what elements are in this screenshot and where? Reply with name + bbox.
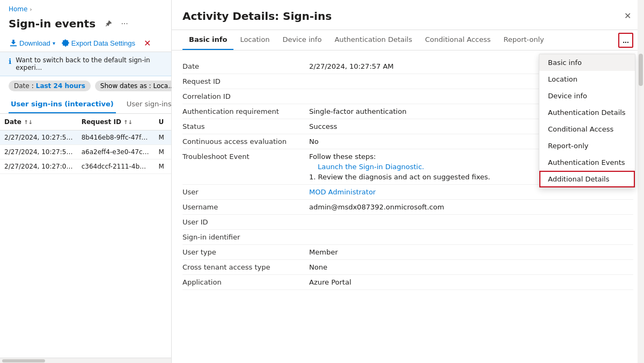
field-row: User ID <box>182 215 633 230</box>
tab-conditional-access[interactable]: Conditional Access <box>419 30 497 50</box>
field-label: Cross tenant access type <box>182 263 301 271</box>
detail-header: Activity Details: Sign-ins ✕ <box>172 0 644 30</box>
sign-in-table: Date ↑↓ Request ID ↑↓ U 2/27/2024, 10:27… <box>0 114 171 174</box>
field-value: admin@msdx087392.onmicrosoft.com <box>309 203 633 211</box>
field-row: Cross tenant access typeNone <box>182 260 633 275</box>
pin-button[interactable] <box>102 17 115 30</box>
field-value: None <box>309 263 633 271</box>
tab-device-info[interactable]: Device info <box>276 30 328 50</box>
show-dates-text: Show dates as : Loca... <box>100 82 172 90</box>
field-label: Correlation ID <box>182 92 301 100</box>
field-label: User type <box>182 248 301 256</box>
sign-in-table-container: Date ↑↓ Request ID ↑↓ U 2/27/2024, 10:27… <box>0 114 171 358</box>
col-u: U <box>154 114 171 130</box>
toolbar: Download ▾ Export Data Settings ✕ <box>0 34 171 52</box>
field-row: User typeMember <box>182 245 633 260</box>
more-tabs-button[interactable]: ... <box>618 33 633 48</box>
field-label: Authentication requirement <box>182 107 301 115</box>
h-scrollbar-thumb <box>2 359 45 362</box>
dropdown-item-report-only[interactable]: Report-only <box>539 137 635 154</box>
panel-header: Sign-in events ··· <box>0 15 171 34</box>
col-request-id[interactable]: Request ID ↑↓ <box>77 114 155 130</box>
field-row: ApplicationAzure Portal <box>182 275 633 290</box>
date-filter-chip[interactable]: Date : Last 24 hours <box>9 81 91 91</box>
tab-non-interactive[interactable]: User sign-ins (non... <box>125 96 172 113</box>
cell-user: M <box>154 159 171 174</box>
page-title: Sign-in events <box>9 17 96 30</box>
tools-button[interactable]: ✕ <box>141 37 153 49</box>
field-value: Azure Portal <box>309 278 633 286</box>
download-arrow: ▾ <box>53 40 55 46</box>
left-panel: Home › Sign-in events ··· Download ▾ Exp… <box>0 0 172 363</box>
dropdown-item-additional-details[interactable]: Additional Details <box>539 171 635 187</box>
close-button[interactable]: ✕ <box>622 9 633 23</box>
cell-request-id: 8b416eb8-9ffc-47f4-... <box>77 130 155 145</box>
download-button[interactable]: Download ▾ <box>9 37 56 49</box>
detail-tabs: Basic info Location Device info Authenti… <box>172 30 644 50</box>
dropdown-item-authentication-details[interactable]: Authentication Details <box>539 104 635 121</box>
tab-basic-info[interactable]: Basic info <box>182 30 233 50</box>
field-label: User <box>182 188 301 196</box>
cell-request-id: c364dccf-2111-4bbd-... <box>77 159 155 174</box>
field-value: Member <box>309 248 633 256</box>
tab-interactive[interactable]: User sign-ins (interactive) <box>9 96 116 113</box>
header-icons: ··· <box>102 17 131 30</box>
left-tabs: User sign-ins (interactive) User sign-in… <box>0 96 171 114</box>
field-label: Troubleshoot Event <box>182 153 301 161</box>
table-header-row: Date ↑↓ Request ID ↑↓ U <box>0 114 171 130</box>
table-body: 2/27/2024, 10:27:57 ...8b416eb8-9ffc-47f… <box>0 130 171 174</box>
col-date[interactable]: Date ↑↓ <box>0 114 77 130</box>
field-label: Request ID <box>182 77 301 85</box>
show-dates-chip[interactable]: Show dates as : Loca... <box>95 81 172 91</box>
cell-request-id: a6a2eff4-e3e0-47ca-... <box>77 145 155 159</box>
home-link[interactable]: Home <box>9 5 27 13</box>
more-options-button[interactable]: ··· <box>118 17 131 30</box>
field-row: Usernameadmin@msdx087392.onmicrosoft.com <box>182 200 633 215</box>
tab-location[interactable]: Location <box>233 30 276 50</box>
cell-date: 2/27/2024, 10:27:03 ... <box>0 159 77 174</box>
field-label: Sign-in identifier <box>182 233 301 241</box>
v-scrollbar-thumb <box>639 54 643 86</box>
field-value[interactable]: MOD Administrator <box>309 188 633 196</box>
date-filter-value: Last 24 hours <box>36 82 85 90</box>
dropdown-item-location[interactable]: Location <box>539 71 635 88</box>
tabs-dropdown-menu: Basic infoLocationDevice infoAuthenticat… <box>539 54 635 188</box>
horizontal-scrollbar[interactable] <box>0 358 171 363</box>
field-label: Date <box>182 62 301 70</box>
breadcrumb[interactable]: Home › <box>0 0 171 15</box>
field-label: Status <box>182 122 301 130</box>
field-label: User ID <box>182 218 301 226</box>
breadcrumb-sep: › <box>30 6 32 12</box>
cell-date: 2/27/2024, 10:27:53 ... <box>0 145 77 159</box>
tab-auth-details[interactable]: Authentication Details <box>328 30 419 50</box>
info-banner: ℹ Want to switch back to the default sig… <box>0 52 171 76</box>
request-sort-icon: ↑↓ <box>123 119 133 125</box>
cell-user: M <box>154 145 171 159</box>
field-row: Sign-in identifier <box>182 230 633 245</box>
dropdown-item-basic-info[interactable]: Basic info <box>539 54 635 71</box>
vertical-scrollbar[interactable] <box>638 0 644 363</box>
field-label: Continuous access evaluation <box>182 137 301 146</box>
detail-title: Activity Details: Sign-ins <box>182 10 332 23</box>
dropdown-item-authentication-events[interactable]: Authentication Events <box>539 154 635 171</box>
banner-text: Want to switch back to the default sign-… <box>16 56 163 71</box>
tab-report-only[interactable]: Report-only <box>497 30 551 50</box>
dropdown-item-conditional-access[interactable]: Conditional Access <box>539 121 635 137</box>
info-icon: ℹ <box>9 57 11 66</box>
cell-user: M <box>154 130 171 145</box>
table-row[interactable]: 2/27/2024, 10:27:53 ...a6a2eff4-e3e0-47c… <box>0 145 171 159</box>
field-label: Application <box>182 278 301 286</box>
dropdown-item-device-info[interactable]: Device info <box>539 88 635 104</box>
table-row[interactable]: 2/27/2024, 10:27:57 ...8b416eb8-9ffc-47f… <box>0 130 171 145</box>
field-label: Username <box>182 203 301 211</box>
cell-date: 2/27/2024, 10:27:57 ... <box>0 130 77 145</box>
export-button[interactable]: Export Data Settings <box>61 37 136 49</box>
table-row[interactable]: 2/27/2024, 10:27:03 ...c364dccf-2111-4bb… <box>0 159 171 174</box>
svg-rect-0 <box>10 45 17 46</box>
filter-bar: Date : Last 24 hours Show dates as : Loc… <box>0 76 171 96</box>
date-filter-label: Date <box>14 82 30 90</box>
date-sort-icon: ↑↓ <box>24 119 33 125</box>
detail-pane: Activity Details: Sign-ins ✕ Basic info … <box>172 0 644 363</box>
